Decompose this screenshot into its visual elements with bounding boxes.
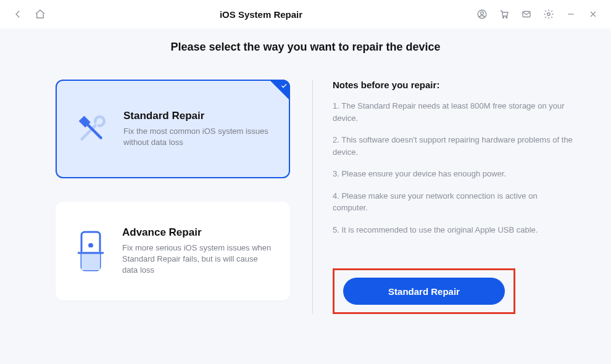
mail-button[interactable] <box>517 5 536 23</box>
gear-icon <box>543 9 554 20</box>
user-icon <box>476 9 488 20</box>
selected-indicator <box>269 80 290 101</box>
primary-action-highlight: Standard Repair <box>333 268 515 314</box>
window-title: iOS System Repair <box>220 9 302 20</box>
standard-repair-button[interactable]: Standard Repair <box>343 278 505 305</box>
svg-point-5 <box>547 13 551 16</box>
minimize-button[interactable] <box>562 5 580 23</box>
page-subtitle: Please select the way you want to repair… <box>0 41 611 54</box>
notes-column: Notes before you repair: 1. The Standard… <box>333 80 574 314</box>
account-button[interactable] <box>473 5 491 23</box>
mail-icon <box>521 9 532 20</box>
options-column: Standard Repair Fix the most common iOS … <box>56 80 290 314</box>
close-button[interactable] <box>584 5 602 23</box>
standard-repair-desc: Fix the most common iOS system issues wi… <box>123 126 273 148</box>
back-button[interactable] <box>9 5 27 23</box>
svg-point-2 <box>503 17 504 18</box>
note-item: 3. Please ensure your device has enough … <box>333 168 574 180</box>
settings-button[interactable] <box>539 5 558 23</box>
cart-icon <box>499 9 510 20</box>
standard-repair-text: Standard Repair Fix the most common iOS … <box>123 110 273 148</box>
content-area: Standard Repair Fix the most common iOS … <box>0 80 611 314</box>
notes-list: 1. The Standard Repair needs at least 80… <box>333 100 574 246</box>
titlebar-right <box>473 5 602 23</box>
titlebar: iOS System Repair <box>0 0 611 28</box>
advance-repair-title: Advance Repair <box>122 226 274 239</box>
standard-repair-title: Standard Repair <box>123 110 273 122</box>
vertical-divider <box>312 80 313 314</box>
notes-title: Notes before you repair: <box>333 80 574 90</box>
home-button[interactable] <box>31 5 49 23</box>
standard-repair-icon-slot <box>73 110 111 148</box>
advance-repair-icon-slot <box>72 232 110 270</box>
advance-repair-text: Advance Repair Fix more serious iOS syst… <box>122 226 274 276</box>
wrench-screwdriver-icon <box>74 111 110 147</box>
advance-repair-desc: Fix more serious iOS system issues when … <box>122 242 274 276</box>
close-icon <box>588 9 598 19</box>
check-icon <box>280 82 288 89</box>
phone-scan-icon <box>75 230 106 273</box>
home-icon <box>35 9 46 20</box>
note-item: 1. The Standard Repair needs at least 80… <box>333 100 574 124</box>
svg-point-1 <box>481 12 484 15</box>
svg-rect-7 <box>81 252 100 270</box>
note-item: 5. It is recommended to use the original… <box>333 224 574 236</box>
arrow-left-icon <box>12 9 23 20</box>
option-standard-repair[interactable]: Standard Repair Fix the most common iOS … <box>56 80 290 178</box>
option-advance-repair[interactable]: Advance Repair Fix more serious iOS syst… <box>56 202 290 300</box>
cart-button[interactable] <box>495 5 513 23</box>
titlebar-left <box>9 5 49 23</box>
minimize-icon <box>566 9 576 19</box>
note-item: 2. This software doesn't support repairi… <box>333 134 574 158</box>
svg-point-3 <box>506 17 507 18</box>
note-item: 4. Please make sure your network connect… <box>333 190 574 214</box>
